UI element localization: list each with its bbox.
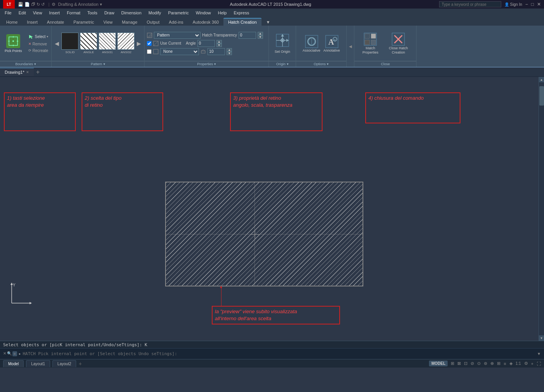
layout-tab-layout1[interactable]: Layout1 — [26, 360, 50, 367]
tab-hatch-creation[interactable]: Hatch Creation — [223, 18, 261, 26]
snap-icon[interactable]: ⊠ — [457, 361, 461, 366]
menu-insert[interactable]: Insert — [46, 10, 63, 16]
pattern-swatch-solid[interactable]: SOLID — [61, 33, 78, 54]
command-close-icon[interactable]: ✕ — [3, 351, 6, 356]
hatch-transparency-input[interactable] — [239, 32, 256, 39]
close-hatch-creation-label: Close Hatch Creation — [386, 46, 411, 55]
add-layout-btn[interactable]: + — [78, 361, 82, 367]
ducs-icon[interactable]: ⊕ — [490, 361, 494, 366]
grid-icon[interactable]: ⊞ — [451, 361, 454, 366]
menu-file[interactable]: File — [2, 10, 15, 16]
pattern-swatch-angle[interactable]: ANGLE — [80, 33, 97, 54]
restore-btn[interactable]: □ — [531, 2, 534, 7]
pick-points-button[interactable]: Pick Points — [2, 33, 25, 54]
menu-dimension[interactable]: Dimension — [118, 10, 145, 16]
osnap-icon[interactable]: ⊙ — [477, 361, 481, 366]
drawing-tab-drawing1[interactable]: Drawing1* ✕ — [0, 68, 34, 76]
hatch-transparency-down[interactable]: ▼ — [258, 35, 263, 39]
scrollbar-down-btn[interactable]: ▼ — [539, 335, 544, 341]
command-dropdown-btn[interactable]: ▼ — [537, 352, 541, 356]
tab-drawing1-close[interactable]: ✕ — [26, 70, 29, 74]
remove-button[interactable]: ✕ Remove — [27, 41, 50, 47]
tab-home[interactable]: Home — [2, 19, 22, 26]
hatch-transparency-label: Hatch Transparency — [202, 33, 237, 37]
menu-tools[interactable]: Tools — [84, 10, 101, 16]
command-input[interactable] — [23, 351, 535, 356]
menu-parametric[interactable]: Parametric — [165, 10, 192, 16]
workspace-btn[interactable]: ⚙ — [524, 361, 528, 366]
polar-icon[interactable]: ⊘ — [471, 361, 474, 366]
menu-modify[interactable]: Modify — [145, 10, 164, 16]
tab-insert[interactable]: Insert — [22, 19, 42, 26]
close-hatch-creation-button[interactable]: Close Hatch Creation — [386, 32, 411, 55]
match-properties-button[interactable]: Match Properties — [360, 32, 381, 55]
command-settings-icon[interactable]: ≡ — [12, 351, 17, 356]
angle-up[interactable]: ▲ — [216, 40, 222, 43]
menu-view[interactable]: View — [30, 10, 45, 16]
dyn-icon[interactable]: ⊞ — [497, 361, 500, 366]
pattern-group-label[interactable]: Pattern ▾ — [52, 61, 144, 67]
angle-input[interactable] — [197, 40, 215, 47]
tab-addins[interactable]: Add-ins — [164, 19, 188, 26]
annotation-close: 4) chiusura del comando — [365, 92, 460, 123]
menu-format[interactable]: Format — [64, 10, 84, 16]
scale-input[interactable] — [207, 48, 225, 55]
menu-express[interactable]: Express — [230, 10, 252, 16]
close-btn[interactable]: ✕ — [537, 2, 541, 7]
drawing-tab-bar: Drawing1* ✕ + — [0, 68, 544, 77]
scale-down[interactable]: ▼ — [227, 52, 232, 55]
scrollbar-thumb[interactable] — [539, 86, 544, 106]
hatch-transparency-up[interactable]: ▲ — [258, 32, 263, 35]
angle-down[interactable]: ▼ — [216, 43, 222, 47]
origin-group-label[interactable]: Origin ▾ — [269, 61, 296, 67]
tab-output[interactable]: Output — [142, 19, 164, 26]
new-tab-button[interactable]: + — [34, 69, 42, 76]
qp-icon[interactable]: ◈ — [509, 361, 513, 366]
svg-rect-34 — [365, 40, 370, 45]
pattern-scroll-right[interactable]: ▶ — [136, 40, 142, 47]
vertical-scrollbar[interactable]: ▲ ▼ — [539, 77, 544, 341]
tab-dropdown[interactable]: ▼ — [262, 19, 275, 26]
scrollbar-up-btn[interactable]: ▲ — [539, 77, 544, 82]
menu-window[interactable]: Window — [193, 10, 214, 16]
minimize-btn[interactable]: − — [525, 2, 528, 7]
scale-up[interactable]: ▲ — [227, 48, 232, 52]
user-area[interactable]: 👤 Sign In — [504, 2, 522, 7]
svg-rect-14 — [201, 51, 205, 53]
ortho-icon[interactable]: ⊡ — [464, 361, 467, 366]
menu-edit[interactable]: Edit — [16, 10, 29, 16]
pattern-scroll-left[interactable]: ◀ — [54, 40, 60, 47]
otrack-icon[interactable]: ⊚ — [484, 361, 487, 366]
pattern-swatch-ansi31[interactable]: ANSI31 — [99, 33, 116, 54]
options-group-label[interactable]: Options ▾ — [296, 61, 346, 67]
command-search-icon[interactable]: 🔍 — [7, 351, 12, 356]
tab-autodesk360[interactable]: Autodesk 360 — [188, 19, 223, 26]
none-dropdown[interactable]: None — [160, 48, 199, 55]
layout-tab-layout2[interactable]: Layout2 — [52, 360, 77, 367]
pattern-swatch-ansi32[interactable]: ANSI32 — [117, 33, 134, 54]
properties-group-label[interactable]: Properties ▾ — [145, 61, 269, 67]
annotative-button[interactable]: A a Annotative — [323, 35, 340, 52]
menu-draw[interactable]: Draw — [101, 10, 117, 16]
layout-tab-model[interactable]: Model — [3, 360, 24, 367]
associative-button[interactable]: Associative — [303, 35, 321, 52]
select-button[interactable]: Select ▾ — [27, 33, 50, 40]
preview-annotation: ▲ la "preview" viene subito visualizzata… — [212, 306, 340, 324]
tab-annotate[interactable]: Annotate — [42, 19, 69, 26]
close-group-label[interactable]: Close — [354, 61, 416, 67]
tab-view[interactable]: View — [99, 19, 117, 26]
zoom-in-btn[interactable]: + — [531, 361, 534, 366]
tab-manage[interactable]: Manage — [117, 19, 142, 26]
boundaries-group-label[interactable]: Boundaries ▾ — [0, 61, 51, 67]
set-origin-button[interactable] — [275, 33, 289, 48]
none-checkbox[interactable] — [147, 49, 152, 54]
search-input[interactable] — [439, 1, 501, 7]
tab-parametric[interactable]: Parametric — [69, 19, 99, 26]
lw-icon[interactable]: ≡ — [504, 361, 506, 366]
menu-help[interactable]: Help — [215, 10, 230, 16]
svg-rect-35 — [371, 40, 376, 45]
pattern-dropdown[interactable]: Pattern — [154, 32, 201, 39]
full-screen-btn[interactable]: ⛶ — [537, 361, 541, 366]
recreate-button[interactable]: ⟳ Recreate — [27, 48, 50, 54]
use-current-checkbox[interactable] — [147, 41, 152, 46]
